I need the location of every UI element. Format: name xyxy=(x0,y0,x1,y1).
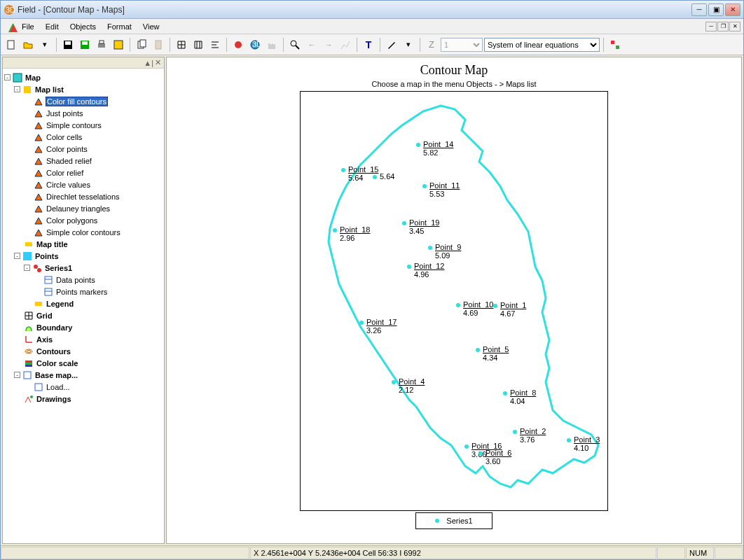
tree-map-type[interactable]: Direchlet tesselations xyxy=(4,190,163,202)
tree-series1[interactable]: -Series1 xyxy=(4,262,163,274)
open-dropdown[interactable]: ▾ xyxy=(37,37,53,52)
pen-dropdown[interactable]: ▾ xyxy=(401,37,416,52)
save-button[interactable] xyxy=(60,37,76,52)
tree-map-type[interactable]: Color points xyxy=(4,143,163,155)
tree-data-points[interactable]: Data points xyxy=(4,274,163,286)
chart-button[interactable] xyxy=(338,37,353,52)
pen-button[interactable] xyxy=(384,37,399,52)
maptype-icon xyxy=(34,227,43,237)
window-button[interactable] xyxy=(111,37,126,52)
svg-rect-21 xyxy=(24,86,31,93)
tree-base-map[interactable]: -Base map... xyxy=(4,369,163,381)
castle-button[interactable] xyxy=(264,37,280,52)
menu-format[interactable]: Format xyxy=(102,21,137,32)
copy-button[interactable] xyxy=(134,37,149,52)
map-frame: Point_145.82Point_155.645.64Point_115.53… xyxy=(300,91,608,511)
globe-button[interactable]: 3D xyxy=(247,37,263,52)
z-button[interactable]: Z xyxy=(424,37,439,52)
tree-contours[interactable]: Contours xyxy=(4,345,163,357)
legend-box: Series1 xyxy=(415,512,492,529)
menu-file[interactable]: File xyxy=(16,21,40,32)
method-select[interactable]: System of linear equations xyxy=(484,38,600,52)
menu-view[interactable]: View xyxy=(137,21,165,32)
svg-rect-12 xyxy=(156,41,161,49)
grid2-button[interactable] xyxy=(191,37,206,52)
tree-map-type[interactable]: Color fill contours xyxy=(4,95,163,107)
tree-color-scale[interactable]: Color scale xyxy=(4,357,163,369)
svg-rect-33 xyxy=(25,360,32,363)
tree-view[interactable]: -Map -Map list Color fill contoursJust p… xyxy=(3,69,164,543)
tree-map-type[interactable]: Simple contours xyxy=(4,119,163,131)
paste-button[interactable] xyxy=(151,37,166,52)
collapse-icon[interactable]: - xyxy=(14,253,20,259)
tree-legend[interactable]: Legend xyxy=(4,298,163,309)
tree-map-title[interactable]: Map title xyxy=(4,238,163,250)
tree-load[interactable]: Load... xyxy=(4,381,163,393)
menubar: File Edit Objects Format View ─ ❐ ✕ xyxy=(1,19,743,34)
drawings-icon xyxy=(24,394,34,404)
red-ball-button[interactable] xyxy=(230,37,246,52)
maptype-icon xyxy=(34,192,43,202)
tree-map-type[interactable]: Just points xyxy=(4,107,163,119)
maptype-icon xyxy=(34,180,43,190)
tree-map-type[interactable]: Color relief xyxy=(4,167,163,178)
close-button[interactable]: ✕ xyxy=(725,4,740,16)
app-menu-icon xyxy=(2,21,13,32)
tree-points[interactable]: -Points xyxy=(4,250,163,262)
svg-rect-28 xyxy=(45,288,52,295)
menu-objects[interactable]: Objects xyxy=(64,21,102,32)
maptype-icon xyxy=(34,216,43,225)
series-icon xyxy=(32,263,42,273)
tree-map-type[interactable]: Simple color contours xyxy=(4,226,163,238)
text-button[interactable]: T xyxy=(361,37,376,52)
mdi-close-button[interactable]: ✕ xyxy=(729,22,740,31)
svg-rect-30 xyxy=(35,302,42,306)
tree-map-type[interactable]: Color polygons xyxy=(4,214,163,226)
svg-text:3D: 3D xyxy=(6,6,15,14)
sidebar-close-icon[interactable]: ✕ xyxy=(155,58,161,67)
svg-rect-34 xyxy=(25,363,32,365)
back-button[interactable]: ← xyxy=(304,37,319,52)
zoom-select[interactable]: 1 xyxy=(441,38,483,52)
maptype-icon xyxy=(34,144,43,154)
sidebar-pin-icon[interactable]: ▲| xyxy=(144,59,153,67)
collapse-icon[interactable]: - xyxy=(14,372,20,378)
grid-button[interactable] xyxy=(174,37,189,52)
forward-button[interactable]: → xyxy=(321,37,336,52)
svg-point-24 xyxy=(34,265,38,269)
collapse-icon[interactable]: - xyxy=(24,265,30,271)
map-subtitle: Choose a map in the menu Objects - > Map… xyxy=(167,80,741,88)
tree-map-type[interactable]: Delauney triangles xyxy=(4,202,163,214)
svg-rect-6 xyxy=(82,41,88,45)
collapse-icon[interactable]: - xyxy=(14,86,20,92)
status-num: NUM xyxy=(686,547,714,559)
new-button[interactable] xyxy=(4,37,19,52)
tree-toggle-button[interactable] xyxy=(607,37,623,52)
title-icon xyxy=(24,239,34,249)
tree-map-list[interactable]: -Map list xyxy=(4,83,163,95)
open-button[interactable] xyxy=(20,37,36,52)
basemap-icon xyxy=(22,370,32,380)
print-button[interactable] xyxy=(94,37,109,52)
menu-edit[interactable]: Edit xyxy=(40,21,64,32)
tree-axis[interactable]: Axis xyxy=(4,333,163,345)
tree-points-markers[interactable]: Points markers xyxy=(4,286,163,298)
collapse-icon[interactable]: - xyxy=(4,74,11,80)
align-button[interactable] xyxy=(207,37,223,52)
maximize-button[interactable]: ▣ xyxy=(708,4,724,16)
table-icon xyxy=(43,287,53,297)
tree-boundary[interactable]: Boundary xyxy=(4,321,163,333)
list-icon xyxy=(22,85,32,94)
tree-map-type[interactable]: Color cells xyxy=(4,131,163,143)
mdi-minimize-button[interactable]: ─ xyxy=(705,22,717,31)
save-green-button[interactable] xyxy=(77,37,92,52)
status-blank xyxy=(1,547,249,559)
zoom-button[interactable] xyxy=(287,37,303,52)
tree-map-type[interactable]: Circle values xyxy=(4,178,163,190)
tree-map-type[interactable]: Shaded relief xyxy=(4,155,163,167)
tree-drawings[interactable]: Drawings xyxy=(4,393,163,405)
minimize-button[interactable]: ─ xyxy=(691,4,707,16)
tree-root-map[interactable]: -Map xyxy=(4,71,163,83)
tree-grid[interactable]: Grid xyxy=(4,309,163,321)
mdi-restore-button[interactable]: ❐ xyxy=(717,22,729,31)
